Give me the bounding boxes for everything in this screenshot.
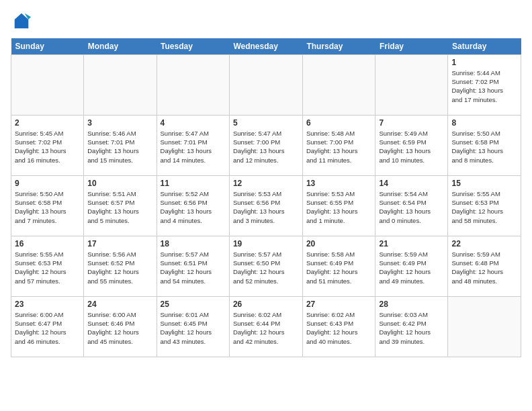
calendar-day-cell: 14Sunrise: 5:54 AM Sunset: 6:54 PM Dayli…	[375, 175, 448, 236]
day-info: Sunrise: 5:49 AM Sunset: 6:59 PM Dayligh…	[379, 129, 444, 165]
calendar-day-cell: 13Sunrise: 5:53 AM Sunset: 6:55 PM Dayli…	[302, 175, 375, 236]
day-info: Sunrise: 5:44 AM Sunset: 7:02 PM Dayligh…	[451, 68, 517, 104]
calendar-day-cell: 7Sunrise: 5:49 AM Sunset: 6:59 PM Daylig…	[375, 115, 448, 175]
calendar-day-cell	[11, 54, 84, 115]
day-info: Sunrise: 6:02 AM Sunset: 6:44 PM Dayligh…	[233, 310, 299, 346]
day-number: 11	[161, 179, 226, 188]
calendar-day-cell: 28Sunrise: 6:03 AM Sunset: 6:42 PM Dayli…	[375, 296, 448, 357]
day-number: 20	[306, 239, 372, 248]
page-header	[11, 11, 521, 33]
logo	[11, 11, 31, 33]
day-info: Sunrise: 5:58 AM Sunset: 6:49 PM Dayligh…	[306, 250, 372, 285]
day-number: 25	[161, 300, 226, 309]
calendar-day-cell: 27Sunrise: 6:02 AM Sunset: 6:43 PM Dayli…	[302, 296, 375, 357]
day-number: 13	[306, 179, 372, 188]
day-info: Sunrise: 5:59 AM Sunset: 6:49 PM Dayligh…	[379, 250, 444, 285]
calendar-day-cell	[84, 54, 157, 115]
day-number: 14	[379, 179, 444, 188]
day-info: Sunrise: 6:00 AM Sunset: 6:47 PM Dayligh…	[15, 310, 80, 346]
calendar-day-cell: 4Sunrise: 5:47 AM Sunset: 7:01 PM Daylig…	[157, 115, 229, 175]
day-info: Sunrise: 5:48 AM Sunset: 7:00 PM Dayligh…	[306, 129, 372, 165]
day-number: 4	[161, 118, 226, 128]
calendar-day-cell: 5Sunrise: 5:47 AM Sunset: 7:00 PM Daylig…	[229, 115, 302, 175]
day-number: 12	[233, 179, 299, 188]
day-number: 7	[379, 118, 444, 128]
day-info: Sunrise: 5:47 AM Sunset: 7:01 PM Dayligh…	[161, 129, 226, 165]
calendar-day-cell: 23Sunrise: 6:00 AM Sunset: 6:47 PM Dayli…	[11, 296, 84, 357]
day-number: 27	[306, 300, 372, 309]
calendar-day-cell: 9Sunrise: 5:50 AM Sunset: 6:58 PM Daylig…	[11, 175, 84, 236]
calendar-day-cell: 15Sunrise: 5:55 AM Sunset: 6:53 PM Dayli…	[448, 175, 521, 236]
calendar-day-cell: 8Sunrise: 5:50 AM Sunset: 6:58 PM Daylig…	[448, 115, 521, 175]
calendar-table: SundayMondayTuesdayWednesdayThursdayFrid…	[11, 38, 521, 357]
day-number: 10	[87, 179, 152, 188]
calendar-day-cell: 26Sunrise: 6:02 AM Sunset: 6:44 PM Dayli…	[229, 296, 302, 357]
calendar-day-cell: 20Sunrise: 5:58 AM Sunset: 6:49 PM Dayli…	[302, 236, 375, 296]
day-info: Sunrise: 6:03 AM Sunset: 6:42 PM Dayligh…	[379, 310, 444, 346]
calendar-week-row: 1Sunrise: 5:44 AM Sunset: 7:02 PM Daylig…	[11, 54, 521, 115]
day-number: 2	[15, 118, 80, 128]
day-info: Sunrise: 6:01 AM Sunset: 6:45 PM Dayligh…	[161, 310, 226, 346]
day-number: 26	[233, 300, 299, 309]
day-info: Sunrise: 5:47 AM Sunset: 7:00 PM Dayligh…	[233, 129, 299, 165]
calendar-day-cell: 19Sunrise: 5:57 AM Sunset: 6:50 PM Dayli…	[229, 236, 302, 296]
weekday-header: Saturday	[448, 38, 521, 55]
day-number: 19	[233, 239, 299, 248]
calendar-day-cell	[157, 54, 229, 115]
weekday-header: Wednesday	[229, 38, 302, 55]
calendar-day-cell: 22Sunrise: 5:59 AM Sunset: 6:48 PM Dayli…	[448, 236, 521, 296]
day-number: 23	[15, 300, 80, 309]
weekday-header: Sunday	[11, 38, 84, 55]
day-number: 9	[15, 179, 80, 188]
day-info: Sunrise: 5:55 AM Sunset: 6:53 PM Dayligh…	[451, 189, 517, 225]
day-number: 21	[379, 239, 444, 248]
day-info: Sunrise: 5:54 AM Sunset: 6:54 PM Dayligh…	[379, 189, 444, 225]
calendar-header-row: SundayMondayTuesdayWednesdayThursdayFrid…	[11, 38, 521, 55]
day-number: 24	[87, 300, 152, 309]
day-info: Sunrise: 5:46 AM Sunset: 7:01 PM Dayligh…	[87, 129, 152, 165]
calendar-day-cell: 12Sunrise: 5:53 AM Sunset: 6:56 PM Dayli…	[229, 175, 302, 236]
day-info: Sunrise: 6:00 AM Sunset: 6:46 PM Dayligh…	[87, 310, 152, 346]
day-number: 17	[87, 239, 152, 248]
logo-icon	[12, 11, 31, 30]
calendar-day-cell	[448, 296, 521, 357]
weekday-header: Thursday	[302, 38, 375, 55]
calendar-day-cell: 3Sunrise: 5:46 AM Sunset: 7:01 PM Daylig…	[84, 115, 157, 175]
calendar-day-cell: 10Sunrise: 5:51 AM Sunset: 6:57 PM Dayli…	[84, 175, 157, 236]
day-number: 18	[161, 239, 226, 248]
calendar-day-cell: 21Sunrise: 5:59 AM Sunset: 6:49 PM Dayli…	[375, 236, 448, 296]
weekday-header: Friday	[375, 38, 448, 55]
day-info: Sunrise: 5:56 AM Sunset: 6:52 PM Dayligh…	[87, 250, 152, 285]
calendar-day-cell: 11Sunrise: 5:52 AM Sunset: 6:56 PM Dayli…	[157, 175, 229, 236]
day-info: Sunrise: 5:53 AM Sunset: 6:56 PM Dayligh…	[233, 189, 299, 225]
calendar-day-cell: 2Sunrise: 5:45 AM Sunset: 7:02 PM Daylig…	[11, 115, 84, 175]
day-number: 15	[451, 179, 517, 188]
day-number: 5	[233, 118, 299, 128]
day-number: 16	[15, 239, 80, 248]
day-info: Sunrise: 5:53 AM Sunset: 6:55 PM Dayligh…	[306, 189, 372, 225]
calendar-day-cell: 24Sunrise: 6:00 AM Sunset: 6:46 PM Dayli…	[84, 296, 157, 357]
day-number: 8	[451, 118, 517, 128]
calendar-day-cell	[375, 54, 448, 115]
calendar-week-row: 9Sunrise: 5:50 AM Sunset: 6:58 PM Daylig…	[11, 175, 521, 236]
day-number: 28	[379, 300, 444, 309]
calendar-day-cell	[229, 54, 302, 115]
weekday-header: Tuesday	[157, 38, 229, 55]
day-info: Sunrise: 5:52 AM Sunset: 6:56 PM Dayligh…	[161, 189, 226, 225]
day-number: 6	[306, 118, 372, 128]
day-number: 3	[87, 118, 152, 128]
day-info: Sunrise: 6:02 AM Sunset: 6:43 PM Dayligh…	[306, 310, 372, 346]
day-info: Sunrise: 5:45 AM Sunset: 7:02 PM Dayligh…	[15, 129, 80, 165]
calendar-week-row: 2Sunrise: 5:45 AM Sunset: 7:02 PM Daylig…	[11, 115, 521, 175]
calendar-day-cell: 18Sunrise: 5:57 AM Sunset: 6:51 PM Dayli…	[157, 236, 229, 296]
calendar-day-cell	[302, 54, 375, 115]
weekday-header: Monday	[84, 38, 157, 55]
day-info: Sunrise: 5:50 AM Sunset: 6:58 PM Dayligh…	[451, 129, 517, 165]
day-number: 1	[451, 58, 517, 67]
calendar-week-row: 16Sunrise: 5:55 AM Sunset: 6:53 PM Dayli…	[11, 236, 521, 296]
day-number: 22	[451, 239, 517, 248]
day-info: Sunrise: 5:50 AM Sunset: 6:58 PM Dayligh…	[15, 189, 80, 225]
day-info: Sunrise: 5:57 AM Sunset: 6:51 PM Dayligh…	[161, 250, 226, 285]
calendar-day-cell: 17Sunrise: 5:56 AM Sunset: 6:52 PM Dayli…	[84, 236, 157, 296]
day-info: Sunrise: 5:55 AM Sunset: 6:53 PM Dayligh…	[15, 250, 80, 285]
